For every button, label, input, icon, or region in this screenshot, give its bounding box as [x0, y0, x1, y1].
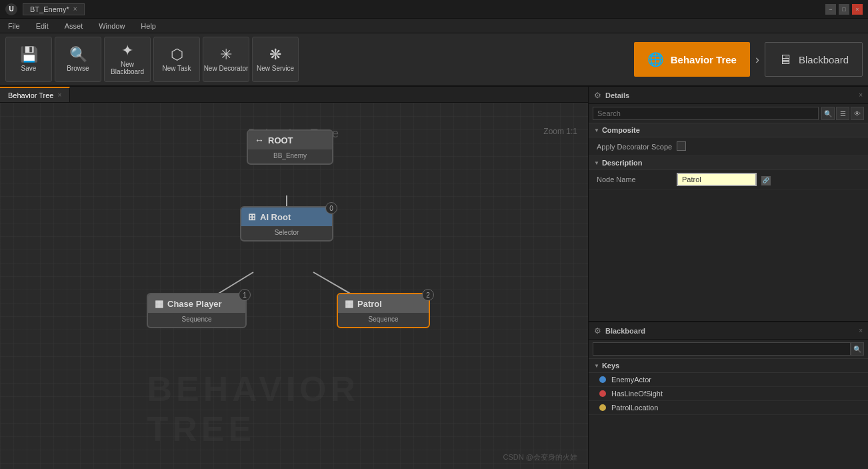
description-section-header: ▼ Description [589, 156, 868, 170]
browse-icon: 🔍 [69, 47, 87, 62]
node-patrol-icon: ▦ [345, 298, 353, 309]
blackboard-button[interactable]: 🖥 Blackboard [765, 42, 863, 77]
details-panel-header: ⚙ Details × [589, 87, 868, 104]
toolbar-right: 🌐 Behavior Tree › 🖥 Blackboard [634, 42, 863, 77]
details-panel: ⚙ Details × 🔍 ☰ 👁 ▼ Composite Apply Deco… [589, 87, 868, 322]
app-tab[interactable]: BT_Enemy* × [23, 3, 85, 15]
blackboard-icon: 🖥 [779, 52, 792, 67]
node-name-link-icon[interactable]: 🔗 [761, 176, 771, 185]
node-name-row: Node Name 🔗 [589, 170, 868, 189]
title-bar-left: U BT_Enemy* × [5, 3, 85, 15]
node-chase-player-header: ▦ Chase Player [148, 294, 245, 313]
node-chase-player[interactable]: 1 ▦ Chase Player Sequence [147, 293, 247, 328]
node-patrol-subtitle: Sequence [338, 313, 429, 327]
key-patrol-location-dot [599, 404, 606, 411]
node-patrol[interactable]: 2 ▦ Patrol Sequence [337, 293, 430, 328]
title-bar-controls: − □ × [825, 4, 863, 15]
composite-section-header: ▼ Composite [589, 123, 868, 137]
key-has-line-of-sight[interactable]: HasLineOfSight [589, 387, 868, 401]
description-section-label: Description [602, 159, 643, 167]
details-panel-close[interactable]: × [859, 91, 863, 99]
new-blackboard-button[interactable]: ✦ New Blackboard [104, 37, 151, 82]
toolbar: 💾 Save 🔍 Browse ✦ New Blackboard ⬡ New T… [0, 33, 868, 87]
browse-button[interactable]: 🔍 Browse [55, 37, 101, 82]
node-name-input[interactable] [677, 173, 757, 186]
bb-search-input[interactable] [593, 342, 851, 356]
node-chase-player-title: Chase Player [167, 299, 222, 309]
behavior-tree-label: Behavior Tree [671, 54, 737, 65]
canvas-area[interactable]: Behavior Tree × Behavior Tree Zoom 1:1 [0, 87, 588, 469]
blackboard-panel-close[interactable]: × [859, 327, 863, 334]
minimize-btn[interactable]: − [825, 4, 836, 15]
node-ai-root-title: AI Root [260, 212, 291, 222]
node-patrol-header: ▦ Patrol [338, 294, 429, 313]
browse-label: Browse [67, 65, 89, 72]
node-root-header: ↔ ROOT [248, 131, 332, 149]
key-enemy-actor[interactable]: EnemyActor [589, 373, 868, 387]
menu-bar: File Edit Asset Window Help [0, 19, 868, 33]
canvas-watermark: BEHAVIOR TREE [147, 369, 441, 449]
menu-asset[interactable]: Asset [62, 21, 86, 31]
keys-section-header: ▼ Keys [589, 359, 868, 373]
details-search-btn[interactable]: 🔍 [821, 107, 835, 120]
details-panel-icon: ⚙ [594, 91, 601, 100]
canvas-tab-behavior-tree[interactable]: Behavior Tree × [0, 87, 70, 102]
blackboard-panel-title: Blackboard [605, 327, 645, 335]
details-search-input[interactable] [593, 107, 819, 120]
menu-help[interactable]: Help [138, 21, 159, 31]
new-task-label: New Task [162, 65, 191, 72]
node-ai-root[interactable]: 0 ⊞ AI Root Selector [240, 206, 333, 242]
right-panels: ⚙ Details × 🔍 ☰ 👁 ▼ Composite Apply Deco… [588, 87, 868, 469]
key-enemy-actor-label: EnemyActor [611, 376, 651, 384]
new-decorator-button[interactable]: ✳ New Decorator [203, 37, 249, 82]
apply-decorator-scope-value [677, 141, 860, 152]
title-bar: U BT_Enemy* × − □ × [0, 0, 868, 19]
details-list-view-btn[interactable]: ☰ [836, 107, 849, 120]
connections-svg [0, 119, 588, 469]
blackboard-panel-icon: ⚙ [594, 326, 601, 336]
key-patrol-location-label: PatrolLocation [611, 404, 658, 412]
composite-section-label: Composite [602, 126, 640, 134]
new-service-label: New Service [257, 65, 294, 72]
behavior-tree-button[interactable]: 🌐 Behavior Tree [634, 42, 750, 77]
apply-decorator-scope-row: Apply Decorator Scope [589, 137, 868, 156]
details-panel-title: Details [605, 91, 629, 99]
key-patrol-location[interactable]: PatrolLocation [589, 401, 868, 415]
blackboard-panel: ⚙ Blackboard × 🔍 ▼ Keys EnemyActor HasLi… [589, 322, 868, 469]
node-ai-root-icon: ⊞ [248, 211, 256, 222]
bb-search-icon[interactable]: 🔍 [851, 342, 864, 356]
description-triangle-icon: ▼ [594, 160, 599, 166]
menu-edit[interactable]: Edit [33, 21, 51, 31]
node-root-title: ROOT [268, 135, 293, 145]
menu-file[interactable]: File [5, 21, 23, 31]
save-label: Save [21, 65, 37, 72]
ue-logo: U [5, 3, 17, 15]
canvas-tab-label: Behavior Tree [8, 91, 53, 99]
apply-decorator-scope-checkbox[interactable] [677, 141, 686, 151]
node-chase-player-icon: ▦ [155, 298, 163, 309]
new-task-button[interactable]: ⬡ New Task [153, 37, 200, 82]
maximize-btn[interactable]: □ [839, 4, 849, 15]
key-enemy-actor-dot [599, 376, 606, 383]
details-eye-btn[interactable]: 👁 [851, 107, 864, 120]
canvas-credit: CSDN @会变身的火娃 [503, 452, 577, 462]
new-decorator-label: New Decorator [204, 65, 249, 72]
save-button[interactable]: 💾 Save [5, 37, 52, 82]
keys-triangle-icon: ▼ [594, 363, 599, 369]
save-icon: 💾 [20, 47, 38, 62]
canvas-tab-close[interactable]: × [57, 91, 61, 99]
canvas-tabs: Behavior Tree × [0, 87, 588, 103]
new-decorator-icon: ✳ [220, 47, 232, 62]
new-task-icon: ⬡ [171, 47, 183, 62]
close-btn[interactable]: × [852, 4, 863, 15]
new-service-button[interactable]: ❋ New Service [252, 37, 299, 82]
tab-close-btn[interactable]: × [73, 5, 77, 13]
tab-title-text: BT_Enemy* [30, 5, 69, 13]
node-root[interactable]: ↔ ROOT BB_Enemy [247, 129, 333, 165]
node-chase-player-badge: 1 [239, 289, 251, 301]
node-name-label: Node Name [597, 175, 677, 183]
new-service-icon: ❋ [269, 47, 281, 62]
menu-window[interactable]: Window [96, 21, 127, 31]
behavior-tree-icon: 🌐 [647, 51, 664, 67]
apply-decorator-scope-label: Apply Decorator Scope [597, 143, 677, 151]
